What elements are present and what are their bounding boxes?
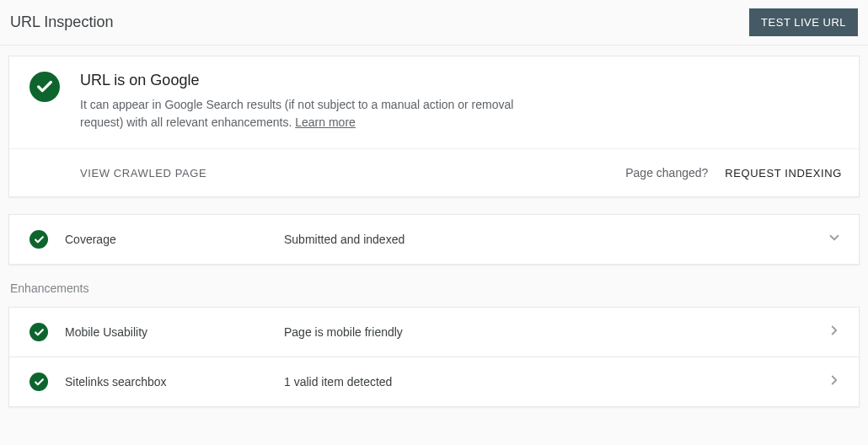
row-label: Sitelinks searchbox <box>65 375 284 389</box>
row-value: Page is mobile friendly <box>284 325 827 339</box>
row-label: Mobile Usability <box>65 325 284 339</box>
coverage-row[interactable]: Coverage Submitted and indexed <box>8 214 860 265</box>
page-changed-label: Page changed? <box>625 166 708 180</box>
page-header: URL Inspection TEST LIVE URL <box>0 0 868 46</box>
enhancements-list: Mobile Usability Page is mobile friendly… <box>8 307 860 407</box>
content-area: URL is on Google It can appear in Google… <box>0 46 868 417</box>
chevron-right-icon <box>827 373 842 391</box>
status-card: URL is on Google It can appear in Google… <box>8 56 860 197</box>
status-summary: URL is on Google It can appear in Google… <box>9 56 859 148</box>
row-value: 1 valid item detected <box>284 375 827 389</box>
status-text: URL is on Google It can appear in Google… <box>80 72 552 131</box>
coverage-label: Coverage <box>65 233 284 246</box>
sitelinks-searchbox-row[interactable]: Sitelinks searchbox 1 valid item detecte… <box>8 357 860 407</box>
enhancements-section-label: Enhancements <box>10 281 860 295</box>
chevron-down-icon <box>827 230 842 249</box>
check-icon <box>29 373 48 391</box>
status-actions: VIEW CRAWLED PAGE Page changed? REQUEST … <box>9 148 859 196</box>
view-crawled-page-button[interactable]: VIEW CRAWLED PAGE <box>80 167 206 180</box>
check-icon <box>29 72 60 102</box>
request-indexing-button[interactable]: REQUEST INDEXING <box>725 167 842 180</box>
check-icon <box>29 323 48 341</box>
status-title: URL is on Google <box>80 72 552 89</box>
chevron-right-icon <box>827 323 842 341</box>
page-title: URL Inspection <box>10 13 113 31</box>
mobile-usability-row[interactable]: Mobile Usability Page is mobile friendly <box>8 307 860 357</box>
test-live-url-button[interactable]: TEST LIVE URL <box>749 8 858 36</box>
coverage-value: Submitted and indexed <box>284 233 827 246</box>
check-icon <box>29 230 48 249</box>
status-description: It can appear in Google Search results (… <box>80 96 552 131</box>
learn-more-link[interactable]: Learn more <box>295 115 356 129</box>
right-actions: Page changed? REQUEST INDEXING <box>625 166 842 180</box>
